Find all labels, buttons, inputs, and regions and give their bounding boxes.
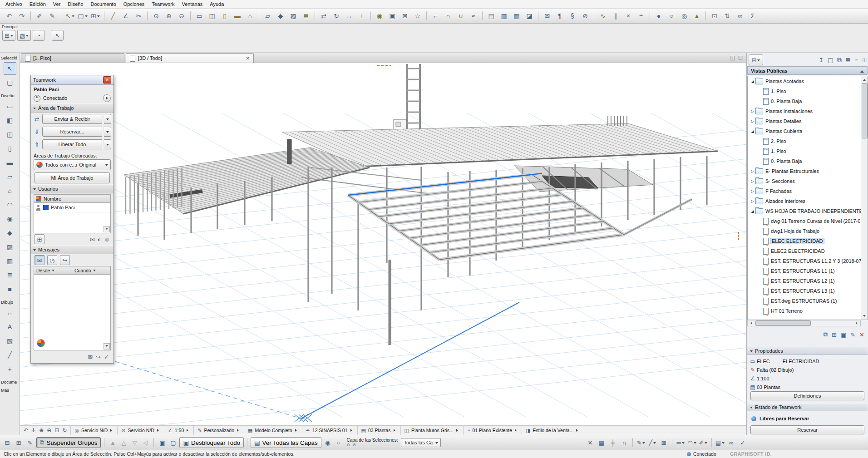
- tab-3d-todo[interactable]: [3D / Todo] ✕: [126, 53, 254, 63]
- parallel-icon[interactable]: ∥: [609, 10, 622, 22]
- tree-item[interactable]: HT 01 Terreno: [748, 306, 861, 316]
- chain-icon[interactable]: ∞: [726, 438, 736, 448]
- toolbar-icon[interactable]: [61, 11, 61, 20]
- order-icon[interactable]: ⇅: [721, 10, 734, 22]
- task-done-icon[interactable]: ✓: [104, 354, 109, 360]
- tab-list-icon[interactable]: ⊟: [738, 54, 743, 61]
- zoom-previous-icon[interactable]: ↶: [24, 427, 28, 433]
- line-weight-icon[interactable]: ═: [676, 438, 686, 448]
- 3d-viewport[interactable]: [20, 63, 746, 425]
- colorize-users-icon[interactable]: ◐: [98, 236, 101, 243]
- stair-icon[interactable]: ≣: [300, 10, 312, 22]
- user-row[interactable]: Pablo Paci: [34, 203, 110, 212]
- snap-grid-icon[interactable]: ⊞: [14, 438, 24, 448]
- send-receive-icon[interactable]: ⇄: [317, 10, 330, 22]
- dock-icon[interactable]: ◫: [863, 58, 867, 63]
- clear-selection-icon[interactable]: ✕: [585, 438, 595, 448]
- trace-reference-icon[interactable]: ⊟: [2, 438, 12, 448]
- scroll-down-icon[interactable]: [862, 314, 868, 320]
- perpendicular-icon[interactable]: ⊥: [355, 10, 368, 22]
- roof-tool[interactable]: ⌂: [4, 184, 16, 197]
- tree-item[interactable]: EST.dwg ESTRUCTURAS (1): [748, 296, 861, 306]
- line-type-icon[interactable]: ╱: [647, 438, 657, 448]
- gravity-icon[interactable]: ∩: [619, 438, 629, 448]
- toolbox-item[interactable]: Diseño: [0, 90, 20, 98]
- save-current-view-icon[interactable]: ▣: [841, 331, 846, 338]
- new-view-icon[interactable]: ⊞: [832, 331, 837, 338]
- toolbox-item[interactable]: Dibujo: [0, 297, 20, 305]
- label-icon[interactable]: §: [566, 10, 579, 22]
- 3d-viewport-canvas[interactable]: [20, 63, 746, 425]
- arrow-tool-icon[interactable]: ↖: [64, 10, 76, 22]
- tree-expander-icon[interactable]: ▷: [750, 169, 755, 173]
- toolbar-icon[interactable]: [650, 11, 650, 20]
- layout-book-icon[interactable]: ≣: [845, 56, 851, 64]
- layer-locked-icon[interactable]: ⊘: [352, 443, 356, 448]
- scrollbar-thumb[interactable]: [862, 83, 868, 138]
- scissors-icon[interactable]: ✂: [132, 10, 145, 22]
- scroll-up-icon[interactable]: [862, 76, 868, 82]
- section-properties[interactable]: Propiedades: [747, 347, 868, 355]
- beam-tool[interactable]: ▬: [4, 156, 16, 169]
- new-folder-icon[interactable]: ▢: [828, 56, 833, 64]
- tree-expander-icon[interactable]: ▷: [750, 109, 755, 113]
- tree-item[interactable]: 0. Planta Baja: [748, 96, 861, 106]
- workspace-action-button[interactable]: Liberar Todo: [42, 139, 102, 149]
- menu-item[interactable]: Ayuda: [206, 0, 227, 8]
- toolbar-icon[interactable]: [594, 11, 594, 20]
- workspace-action-button[interactable]: Reservar...: [42, 127, 102, 137]
- align-up-icon[interactable]: △: [118, 438, 128, 448]
- menu-item[interactable]: Teamwork: [148, 0, 178, 8]
- section-messages[interactable]: Mensajes: [31, 245, 113, 254]
- navigator-map-title[interactable]: Vistas Públicas: [747, 66, 868, 75]
- clone-folder-icon[interactable]: ⧉: [837, 56, 842, 64]
- snap-angle-icon[interactable]: ∠: [119, 10, 132, 22]
- suspend-groups-button[interactable]: ⧉ Suspender Grupos: [36, 437, 101, 448]
- align-side-icon[interactable]: ◁: [140, 438, 150, 448]
- palette-titlebar[interactable]: Teamwork ✕: [31, 75, 113, 85]
- menu-item[interactable]: Documento: [87, 0, 120, 8]
- arc-tool-icon[interactable]: ◠: [687, 438, 697, 448]
- quick-option-3d-style[interactable]: ◨ Estilo de la Venta...: [522, 426, 583, 435]
- undo-icon[interactable]: ↶: [3, 10, 15, 22]
- stair-tool[interactable]: ≣: [4, 269, 16, 281]
- slab-tool[interactable]: ▱: [4, 170, 16, 183]
- arrow-cursor-button[interactable]: ↖: [52, 30, 64, 41]
- my-workspace-button[interactable]: Mi Área de Trabajo: [35, 172, 110, 183]
- reference-plane-button[interactable]: ⊞: [2, 30, 15, 41]
- marquee-tool-icon[interactable]: ▢: [76, 10, 89, 22]
- attribute-icon[interactable]: [672, 438, 672, 447]
- edit-plane-icon[interactable]: ✎: [25, 438, 35, 448]
- close-palette-button[interactable]: ✕: [103, 76, 111, 84]
- circle-icon[interactable]: ○: [665, 10, 678, 22]
- section-users[interactable]: Usuarios: [31, 184, 113, 193]
- menu-item[interactable]: Diseño: [64, 0, 87, 8]
- intersect-icon[interactable]: ∩: [442, 10, 454, 22]
- unlock-icon[interactable]: ▢: [168, 438, 178, 448]
- unlock-all-button[interactable]: ▣ Desbloquear Todo: [179, 437, 244, 448]
- spline-icon[interactable]: ≈: [467, 10, 480, 22]
- layer-visible-icon[interactable]: ⊙: [347, 443, 350, 448]
- arrow-tool[interactable]: ↖: [4, 62, 16, 75]
- dimension-icon[interactable]: ↔: [343, 10, 355, 22]
- coordinates-icon[interactable]: ┼: [608, 438, 618, 448]
- align-down-icon[interactable]: ▽: [129, 438, 139, 448]
- tree-item[interactable]: ◢ Plantas Cubierta: [748, 126, 861, 136]
- tree-vertical-scrollbar[interactable]: [861, 76, 868, 320]
- layer-settings-icon[interactable]: ▤: [715, 438, 725, 448]
- mail-icon[interactable]: ✉: [541, 10, 553, 22]
- column-tool[interactable]: ▯: [4, 142, 16, 155]
- users-list[interactable]: Pablo Paci: [34, 202, 111, 233]
- tree-item[interactable]: 1. Piso: [748, 86, 861, 96]
- pop-out-icon[interactable]: ◱: [730, 54, 735, 61]
- workspace-action-button[interactable]: Enviar & Recibir: [42, 114, 102, 124]
- menu-item[interactable]: Archivo: [2, 0, 26, 8]
- wall-tool[interactable]: ▭: [4, 100, 16, 113]
- rotate-icon[interactable]: ↻: [330, 10, 343, 22]
- toolbar-icon[interactable]: [705, 11, 706, 20]
- tree-item[interactable]: ▷ F Fachadas: [748, 186, 861, 196]
- scroll-right-icon[interactable]: [854, 320, 860, 326]
- go-up-icon[interactable]: ↥: [819, 56, 824, 64]
- tree-expander-icon[interactable]: ◢: [750, 129, 755, 133]
- door-tool[interactable]: ◧: [4, 114, 16, 127]
